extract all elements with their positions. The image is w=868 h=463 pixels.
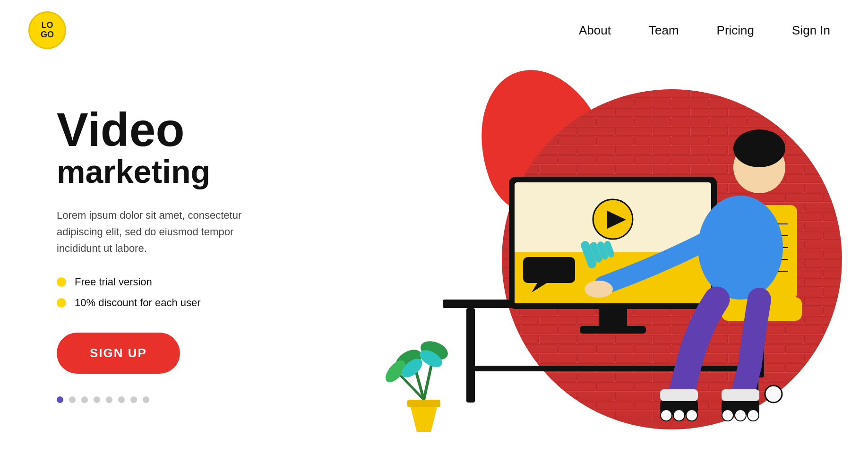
svg-point-46 (735, 410, 746, 421)
svg-point-42 (673, 410, 685, 421)
bullet-icon-2 (57, 298, 66, 308)
svg-rect-18 (580, 326, 646, 334)
hero-section: Video marketing Lorem ipsum dolor sit am… (57, 77, 302, 403)
svg-point-43 (686, 410, 697, 421)
features-list: Free trial version 10% discount for each… (57, 276, 302, 309)
feature-item-1: Free trial version (57, 276, 302, 288)
svg-rect-49 (722, 389, 759, 401)
bullet-icon-1 (57, 277, 66, 287)
feature-text-2: 10% discount for each user (75, 297, 201, 309)
logo[interactable]: LOGO (28, 11, 66, 49)
dot-2[interactable] (69, 396, 76, 403)
svg-rect-14 (515, 297, 711, 303)
feature-text-1: Free trial version (75, 276, 152, 288)
dot-6[interactable] (118, 396, 125, 403)
dot-1[interactable] (57, 396, 63, 403)
main-nav: About Team Pricing Sign In (579, 23, 830, 38)
feature-item-2: 10% discount for each user (57, 297, 302, 309)
hero-subtitle: marketing (57, 153, 302, 190)
svg-point-39 (584, 281, 613, 298)
illustration-svg (348, 44, 868, 463)
page-dots (57, 396, 302, 403)
svg-point-35 (765, 386, 782, 403)
dot-7[interactable] (130, 396, 137, 403)
main-content: Video marketing Lorem ipsum dolor sit am… (0, 77, 868, 463)
svg-marker-50 (410, 403, 438, 432)
svg-rect-19 (523, 257, 575, 283)
hero-illustration (310, 63, 868, 463)
hero-title: Video (57, 106, 302, 153)
dot-3[interactable] (81, 396, 88, 403)
logo-text: LOGO (41, 21, 54, 40)
svg-point-41 (661, 410, 672, 421)
nav-pricing[interactable]: Pricing (717, 23, 754, 38)
hero-description: Lorem ipsum dolor sit amet, consectetur … (57, 207, 246, 257)
dot-5[interactable] (106, 396, 112, 403)
svg-rect-17 (599, 309, 627, 328)
nav-about[interactable]: About (579, 23, 611, 38)
dot-4[interactable] (94, 396, 100, 403)
svg-rect-48 (660, 389, 698, 401)
svg-rect-51 (407, 400, 440, 407)
signup-button[interactable]: SIGN UP (57, 333, 180, 374)
nav-team[interactable]: Team (649, 23, 679, 38)
svg-rect-8 (475, 366, 758, 371)
svg-point-45 (722, 410, 733, 421)
svg-rect-6 (466, 308, 475, 403)
nav-signin[interactable]: Sign In (792, 23, 830, 38)
dot-8[interactable] (143, 396, 149, 403)
svg-point-37 (733, 129, 785, 167)
svg-point-47 (748, 410, 759, 421)
